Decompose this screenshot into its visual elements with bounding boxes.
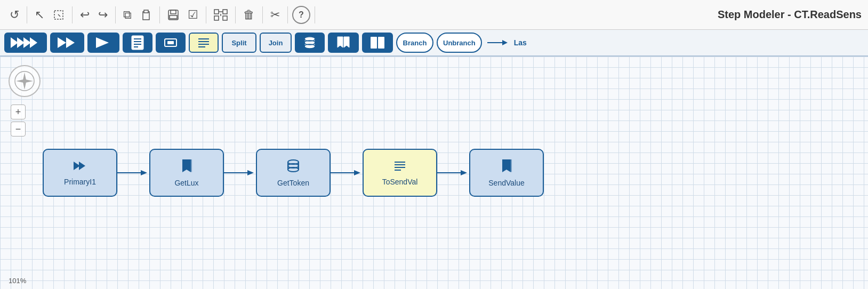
node-getlux[interactable]: GetLux (149, 149, 224, 197)
canvas-area: + − 101% PrimaryI1 (0, 57, 868, 289)
paste-button[interactable] (137, 6, 155, 23)
double-chevron-icon (57, 35, 78, 51)
arrow2 (224, 166, 256, 179)
separator2 (72, 6, 73, 23)
nav-compass[interactable] (9, 65, 41, 97)
separator6 (235, 6, 236, 23)
node2-label: GetLux (174, 179, 198, 187)
zoom-controls: + − (11, 105, 26, 137)
database-icon (302, 35, 318, 51)
arrow-icon (487, 37, 509, 48)
svg-marker-54 (187, 159, 192, 172)
bars-icon (368, 35, 387, 51)
node-tosendval[interactable]: ToSendVal (363, 149, 437, 197)
svg-marker-37 (337, 37, 343, 47)
reload-button[interactable]: ↺ (6, 6, 22, 24)
flow-button[interactable] (211, 7, 231, 23)
doc-list-icon (130, 35, 146, 51)
svg-marker-18 (96, 37, 109, 48)
svg-marker-69 (461, 170, 467, 175)
svg-marker-42 (502, 40, 508, 45)
pointer-button[interactable]: ↖ (31, 6, 47, 24)
svg-marker-13 (17, 37, 25, 48)
arrow4 (437, 166, 469, 179)
separator3 (115, 6, 116, 23)
separator4 (159, 6, 160, 23)
svg-rect-39 (371, 37, 377, 49)
svg-marker-47 (26, 79, 33, 83)
node1-label: PrimaryI1 (64, 178, 96, 186)
redo-button[interactable]: ↪ (95, 6, 111, 24)
start-all-button[interactable] (4, 33, 47, 53)
save-icon (167, 9, 179, 21)
node-sendvalue[interactable]: SendValue (469, 149, 544, 197)
node5-label: SendValue (488, 179, 524, 187)
node3-icon (285, 158, 301, 176)
svg-marker-17 (66, 37, 75, 48)
cut-button[interactable]: ✂ (267, 6, 283, 24)
zoom-in-button[interactable]: + (11, 105, 26, 119)
delete-button[interactable]: 🗑 (240, 6, 258, 24)
help-button[interactable]: ? (292, 6, 310, 24)
node2-icon (179, 158, 194, 176)
separator1 (27, 6, 27, 23)
single-chevron-button[interactable] (87, 33, 119, 53)
unbranch-label: Unbranch (443, 39, 476, 47)
svg-marker-16 (58, 37, 66, 48)
double-chevron-button[interactable] (50, 33, 84, 53)
single-chevron-icon (94, 35, 113, 51)
svg-rect-5 (170, 15, 177, 19)
svg-marker-56 (247, 170, 254, 175)
svg-marker-63 (354, 170, 360, 175)
svg-marker-52 (141, 170, 147, 175)
separator9 (315, 6, 315, 23)
last-label: Las (514, 38, 527, 47)
box-icon (163, 35, 179, 51)
branch-button[interactable]: Branch (396, 33, 433, 53)
svg-marker-46 (16, 79, 23, 83)
node4-label: ToSendVal (382, 178, 418, 186)
svg-rect-6 (214, 10, 219, 14)
node4-icon (392, 159, 407, 175)
select-button[interactable] (50, 7, 68, 23)
arrow1 (117, 166, 149, 179)
separator5 (206, 6, 206, 23)
lines-button[interactable] (189, 33, 219, 53)
separator7 (262, 6, 263, 23)
join-button[interactable]: Join (260, 33, 292, 53)
check-button[interactable]: ☑ (184, 6, 202, 24)
svg-rect-4 (171, 10, 176, 14)
toolbar-row1: ↺ ↖ ↩ ↪ ⧉ ☑ 🗑 (0, 0, 868, 30)
zoom-level: 101% (9, 277, 26, 285)
svg-rect-2 (144, 10, 148, 13)
svg-marker-12 (11, 37, 18, 48)
unbranch-button[interactable]: Unbranch (437, 33, 482, 53)
flow-arrow-separator (487, 37, 509, 48)
branch-label: Branch (403, 39, 427, 47)
svg-rect-9 (223, 16, 227, 20)
flow-icon (214, 9, 228, 21)
svg-marker-38 (344, 37, 349, 47)
database-button[interactable] (295, 33, 325, 53)
start-all-icon (11, 35, 41, 51)
svg-marker-50 (79, 162, 85, 170)
split-button[interactable]: Split (222, 33, 256, 53)
save-button[interactable] (164, 7, 182, 23)
app-title: Step Modeler - CT.ReadSens (718, 9, 862, 21)
copy-button[interactable]: ⧉ (120, 6, 135, 24)
node-gettoken[interactable]: GetToken (256, 149, 331, 197)
node3-label: GetToken (277, 179, 309, 187)
bookmark-pair-button[interactable] (328, 33, 359, 53)
svg-marker-15 (30, 37, 37, 48)
svg-rect-40 (378, 37, 384, 49)
undo-button[interactable]: ↩ (77, 6, 93, 24)
svg-marker-45 (23, 82, 26, 90)
node-primaryi1[interactable]: PrimaryI1 (43, 149, 117, 197)
svg-marker-14 (23, 37, 31, 48)
zoom-out-button[interactable]: − (11, 122, 26, 137)
doc-list-button[interactable] (123, 33, 152, 53)
bars-button[interactable] (362, 33, 393, 53)
svg-point-48 (23, 79, 26, 83)
toolbar-row2: Split Join Branch Unb (0, 30, 868, 57)
box-button[interactable] (156, 33, 186, 53)
